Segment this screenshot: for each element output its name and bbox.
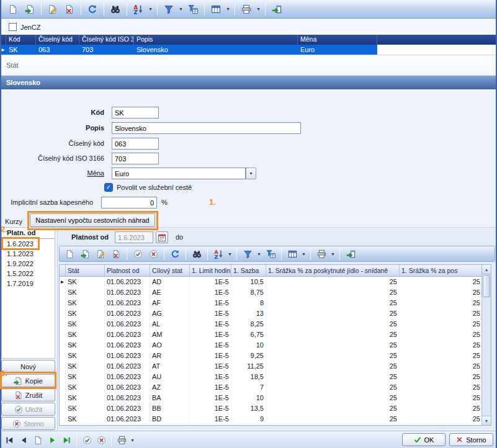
edit-rate-button[interactable] <box>93 248 108 261</box>
record-list-button[interactable] <box>31 434 45 447</box>
detail-grid-row[interactable]: SK01.06.2023AM1E-56,752525 <box>60 329 483 340</box>
accept-button[interactable] <box>130 248 145 261</box>
iso-input[interactable] <box>112 153 159 164</box>
open-record-button[interactable] <box>22 2 38 17</box>
filter-button[interactable] <box>240 248 255 261</box>
detail-column-header[interactable]: Cílový stat <box>150 265 190 276</box>
popis-input[interactable] <box>112 122 301 134</box>
detail-grid-row[interactable]: SK01.06.2023AF1E-582525 <box>60 298 483 308</box>
columns-button[interactable] <box>208 2 224 17</box>
cancel-button[interactable] <box>146 248 161 261</box>
sort-button[interactable] <box>211 248 226 261</box>
scroll-up-button[interactable]: ▲ <box>482 265 491 274</box>
first-record-button[interactable] <box>2 434 16 447</box>
filter-button[interactable] <box>161 2 177 17</box>
mena-dropdown-button[interactable]: ▾ <box>246 168 256 179</box>
detail-grid-row[interactable]: SK01.06.2023AR1E-59,252525 <box>60 351 483 361</box>
jencz-checkbox[interactable] <box>9 23 17 31</box>
detail-grid-row[interactable]: SK01.06.2023AO1E-5102525 <box>60 340 483 351</box>
detail-grid-row[interactable]: SK01.06.2023BB1E-513,52525 <box>60 403 483 414</box>
sort-button-dropdown[interactable]: ▾ <box>147 2 154 17</box>
detail-grid-row[interactable]: ►SK01.06.2023AD1E-510,52525 <box>60 277 483 287</box>
mena-label[interactable]: Měna <box>0 168 109 179</box>
detail-grid-row[interactable]: SK01.06.2023AL1E-58,252525 <box>60 319 483 329</box>
column-header-mena[interactable]: Měna <box>298 35 377 45</box>
detail-grid-row[interactable]: SK01.06.2023BD1E-592525 <box>60 414 483 424</box>
date-item[interactable]: 1.5.2022 <box>2 269 55 279</box>
ciselny-kod-input[interactable] <box>112 138 159 150</box>
print-button[interactable] <box>238 2 254 17</box>
columns-button-dropdown[interactable]: ▾ <box>300 246 307 261</box>
kod-input[interactable] <box>112 107 159 119</box>
mena-input[interactable] <box>112 168 246 179</box>
export-button[interactable] <box>343 248 358 261</box>
column-header-popis[interactable]: Popis <box>134 35 298 45</box>
detail-column-header[interactable]: 1. Limit hodin <box>190 265 231 276</box>
filter-grid-button[interactable] <box>263 248 278 261</box>
sazba-input[interactable] <box>101 197 157 208</box>
detail-grid-row[interactable]: SK01.06.2023AZ1E-572525 <box>60 382 483 393</box>
kopie-button[interactable]: Kopie <box>1 374 55 387</box>
date-item[interactable]: 1.6.2023 <box>2 239 55 249</box>
sort-button[interactable] <box>130 2 146 17</box>
print-button[interactable] <box>314 248 329 261</box>
row-marker <box>60 319 66 329</box>
detail-grid-row[interactable]: SK01.06.2023AE1E-58,752525 <box>60 287 483 298</box>
delete-record-button[interactable] <box>61 2 78 17</box>
search-button[interactable] <box>189 248 204 261</box>
export-button[interactable] <box>269 2 285 17</box>
date-item[interactable]: 1.7.2019 <box>2 279 55 289</box>
edit-record-button[interactable] <box>45 2 61 17</box>
print-button[interactable] <box>115 434 128 447</box>
travel-settings-button[interactable]: Nastavení vypočtu cestovních náhrad <box>30 213 155 227</box>
delete-rate-button[interactable] <box>109 248 123 261</box>
detail-column-header[interactable]: Stát <box>66 265 105 276</box>
filter-grid-button[interactable] <box>185 2 201 17</box>
cancel-button[interactable] <box>94 434 108 447</box>
ok-button[interactable]: OK <box>402 433 446 446</box>
scrollbar-thumb[interactable] <box>483 275 490 297</box>
column-header-iso[interactable]: Číselný kód ISO 3166 <box>79 35 134 45</box>
sort-button-dropdown[interactable]: ▾ <box>226 246 233 261</box>
vertical-scrollbar[interactable]: ▲ ▼ <box>481 265 491 425</box>
scroll-down-button[interactable]: ▼ <box>482 416 491 425</box>
date-item[interactable]: 1.9.2022 <box>2 259 55 269</box>
detail-column-header[interactable]: 1. Srážka % za pos <box>400 265 483 276</box>
next-record-button[interactable] <box>45 434 59 447</box>
calendar-button[interactable] <box>156 231 168 243</box>
filter-button-dropdown[interactable]: ▾ <box>177 2 184 17</box>
countries-selected-row[interactable]: ► SK 063 703 Slovensko Euro <box>0 45 497 55</box>
print-button-dropdown[interactable]: ▾ <box>255 2 262 17</box>
accept-button[interactable] <box>80 434 94 447</box>
novy-button[interactable]: Nový <box>1 360 55 373</box>
refresh-button[interactable] <box>84 2 101 17</box>
filter-button-dropdown[interactable]: ▾ <box>256 246 262 261</box>
columns-button-dropdown[interactable]: ▾ <box>225 2 231 17</box>
print-button-dropdown[interactable]: ▾ <box>329 246 336 261</box>
print-button-dropdown[interactable]: ▾ <box>129 432 136 447</box>
column-header-ciselny-kod[interactable]: Číselný kód <box>36 35 79 45</box>
zrusit-button[interactable]: Zrušit <box>1 388 55 401</box>
copy-rate-button[interactable] <box>78 248 92 261</box>
column-header-kod[interactable]: Kód <box>6 35 36 45</box>
detail-column-header[interactable]: 1. Srážka % za poskytnuté jídlo - snídan… <box>266 265 400 276</box>
detail-grid-row[interactable]: SK01.06.2023AT1E-511,252525 <box>60 361 483 372</box>
new-rate-button[interactable] <box>62 248 77 261</box>
previous-record-button[interactable] <box>17 434 30 447</box>
detail-column-header[interactable]: Platnost od <box>105 265 150 276</box>
date-item[interactable]: 1.1.2023 <box>2 249 55 259</box>
detail-grid-row[interactable]: SK01.06.2023AU1E-518,52525 <box>60 372 483 382</box>
cell: SK <box>66 340 105 351</box>
povolit-checkbox[interactable]: ✓ <box>104 183 113 192</box>
platnost-od-input[interactable] <box>115 231 153 243</box>
refresh-button[interactable] <box>168 248 182 261</box>
storno-button[interactable]: Storno <box>449 433 493 446</box>
platn-od-column-header[interactable]: Platn. od <box>2 228 55 239</box>
detail-column-header[interactable]: 1. Sazba <box>231 265 266 276</box>
new-record-button[interactable] <box>5 2 21 17</box>
detail-grid-row[interactable]: SK01.06.2023AG1E-5132525 <box>60 308 483 319</box>
last-record-button[interactable] <box>60 434 73 447</box>
search-button[interactable] <box>107 2 123 17</box>
columns-button[interactable] <box>285 248 300 261</box>
detail-grid-row[interactable]: SK01.06.2023BA1E-5102525 <box>60 393 483 403</box>
